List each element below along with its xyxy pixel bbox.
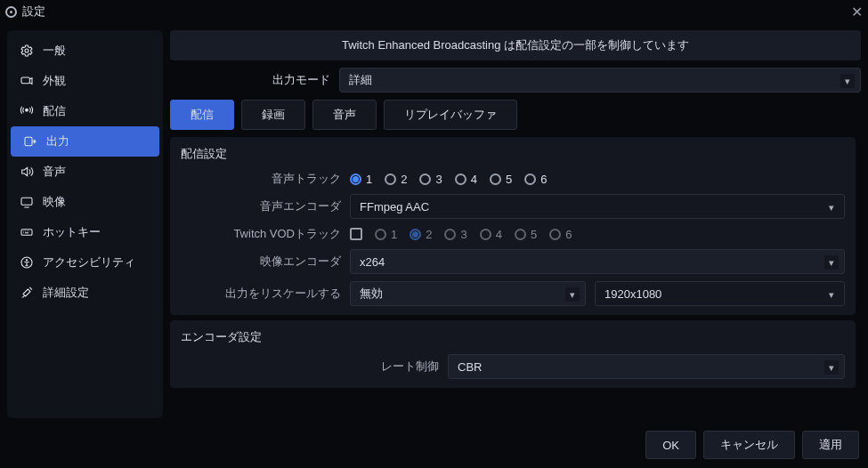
svg-rect-5 [21, 230, 32, 236]
tab-label: 配信 [191, 108, 214, 121]
sidebar-item-label: 詳細設定 [43, 285, 89, 301]
section-title: 配信設定 [181, 146, 845, 162]
vod-track-2: 2 [410, 228, 432, 241]
vod-track-5: 5 [515, 228, 537, 241]
sidebar-item-stream[interactable]: 配信 [7, 96, 163, 126]
output-mode-select[interactable]: 詳細 ▾ [339, 68, 861, 93]
app-logo-icon [5, 6, 17, 18]
rescale-select[interactable]: 無効 ▾ [350, 281, 586, 306]
sidebar-item-audio[interactable]: 音声 [7, 157, 163, 187]
rate-control-value: CBR [458, 360, 482, 374]
output-mode-label: 出力モード [170, 72, 330, 88]
svg-point-7 [26, 260, 27, 261]
tools-icon [20, 286, 34, 300]
audio-track-5[interactable]: 5 [490, 173, 512, 186]
svg-point-2 [26, 109, 28, 111]
rescale-label: 出力をリスケールする [181, 286, 341, 302]
sidebar-item-label: ホットキー [43, 224, 101, 240]
rate-control-label: レート制御 [279, 359, 439, 375]
rescale-resolution-value: 1920x1080 [604, 287, 661, 301]
chevron-down-icon: ▾ [565, 287, 580, 302]
audio-track-1[interactable]: 1 [350, 173, 372, 186]
settings-scroll[interactable]: 配信設定 音声トラック 1 2 3 4 5 6 音声エンコーダ FF [170, 137, 861, 418]
close-icon[interactable]: ✕ [851, 4, 863, 20]
sidebar-item-label: 外観 [43, 73, 66, 89]
video-encoder-value: x264 [360, 255, 385, 269]
sidebar-item-label: アクセシビリティ [43, 254, 135, 270]
vod-track-4: 4 [480, 228, 502, 241]
output-icon [23, 134, 37, 149]
chevron-down-icon: ▾ [840, 74, 855, 88]
tab-label: 音声 [333, 108, 356, 121]
output-mode-value: 詳細 [349, 72, 372, 88]
svg-rect-3 [25, 137, 32, 145]
audio-track-2[interactable]: 2 [385, 173, 407, 186]
section-title: エンコーダ設定 [181, 329, 845, 345]
accessibility-icon [20, 255, 34, 270]
keyboard-icon [20, 225, 34, 239]
info-banner: Twitch Enhanced Broadcasting は配信設定の一部を制御… [170, 30, 861, 61]
monitor-icon [20, 195, 34, 209]
sidebar-item-video[interactable]: 映像 [7, 187, 163, 217]
window-title: 設定 [22, 4, 45, 20]
sidebar-item-general[interactable]: 一般 [7, 36, 163, 66]
tab-replay-buffer[interactable]: リプレイバッファ [384, 100, 517, 130]
main-panel: Twitch Enhanced Broadcasting は配信設定の一部を制御… [170, 30, 861, 418]
audio-encoder-value: FFmpeg AAC [360, 200, 429, 214]
video-encoder-select[interactable]: x264 ▾ [350, 249, 845, 274]
chevron-down-icon: ▾ [824, 287, 839, 302]
vod-track-group: 1 2 3 4 5 6 [350, 228, 572, 241]
speaker-icon [20, 165, 34, 179]
rescale-value: 無効 [360, 286, 383, 302]
chevron-down-icon: ▾ [824, 200, 839, 214]
sidebar-item-appearance[interactable]: 外観 [7, 66, 163, 96]
video-encoder-label: 映像エンコーダ [181, 254, 341, 270]
vod-track-3: 3 [444, 228, 466, 241]
sidebar-item-label: 出力 [46, 133, 69, 149]
output-tabs: 配信 録画 音声 リプレイバッファ [170, 100, 861, 130]
tab-label: 録画 [262, 108, 285, 121]
cancel-button[interactable]: キャンセル [703, 431, 795, 459]
rescale-resolution-select[interactable]: 1920x1080 ▾ [595, 281, 845, 306]
sidebar: 一般 外観 配信 出力 音声 映像 ホットキー アクセシビリティ [7, 30, 163, 418]
apply-button[interactable]: 適用 [802, 431, 859, 459]
antenna-icon [20, 104, 34, 118]
svg-rect-4 [21, 198, 32, 205]
chevron-down-icon: ▾ [824, 360, 839, 375]
audio-track-3[interactable]: 3 [419, 173, 442, 186]
sidebar-item-label: 映像 [43, 194, 66, 210]
vod-track-label: Twitch VODトラック [181, 226, 341, 242]
svg-point-0 [25, 49, 28, 52]
tab-recording[interactable]: 録画 [241, 100, 305, 130]
tab-stream[interactable]: 配信 [170, 100, 234, 130]
vod-track-1: 1 [375, 228, 397, 241]
audio-track-radios: 1 2 3 4 5 6 [350, 173, 547, 186]
chevron-down-icon: ▾ [824, 255, 839, 270]
sidebar-item-output[interactable]: 出力 [11, 126, 159, 157]
sidebar-item-label: 一般 [43, 43, 66, 59]
audio-track-6[interactable]: 6 [524, 173, 547, 186]
audio-encoder-select[interactable]: FFmpeg AAC ▾ [350, 194, 845, 219]
audio-encoder-label: 音声エンコーダ [181, 198, 341, 214]
sidebar-item-label: 配信 [43, 103, 66, 119]
audio-track-4[interactable]: 4 [455, 173, 477, 186]
titlebar: 設定 ✕ [0, 0, 868, 23]
encoder-settings-section: エンコーダ設定 レート制御 CBR ▾ [170, 320, 856, 388]
audio-track-label: 音声トラック [181, 171, 341, 187]
svg-rect-1 [21, 77, 29, 84]
banner-text: Twitch Enhanced Broadcasting は配信設定の一部を制御… [342, 38, 689, 52]
rate-control-select[interactable]: CBR ▾ [448, 354, 845, 379]
tab-audio[interactable]: 音声 [312, 100, 377, 130]
dialog-footer: OK キャンセル 適用 [0, 425, 868, 468]
vod-track-checkbox[interactable] [350, 228, 362, 240]
sidebar-item-hotkeys[interactable]: ホットキー [7, 217, 163, 247]
ok-button[interactable]: OK [645, 431, 696, 459]
tab-label: リプレイバッファ [404, 108, 497, 121]
palette-icon [20, 74, 34, 88]
gear-icon [20, 44, 34, 58]
sidebar-item-accessibility[interactable]: アクセシビリティ [7, 247, 163, 278]
stream-settings-section: 配信設定 音声トラック 1 2 3 4 5 6 音声エンコーダ FF [170, 137, 856, 315]
sidebar-item-label: 音声 [43, 164, 66, 180]
sidebar-item-advanced[interactable]: 詳細設定 [7, 278, 163, 308]
vod-track-6: 6 [549, 228, 572, 241]
